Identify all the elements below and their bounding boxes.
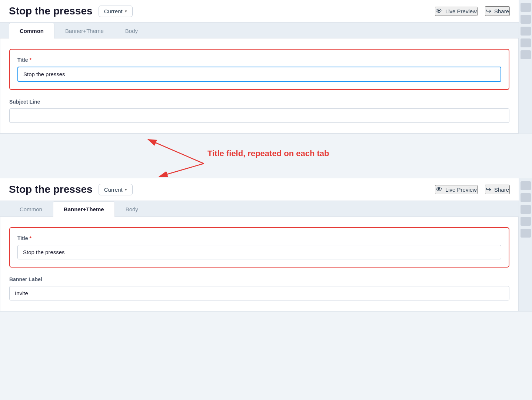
eye-icon-bottom: 👁 [436, 186, 442, 194]
share-icon-bottom: ↪ [486, 185, 491, 194]
live-preview-button-top[interactable]: 👁 Live Preview [435, 7, 478, 16]
title-field-section-bottom: Title * [9, 227, 509, 268]
tabs-bar-top: Common Banner+Theme Body [0, 23, 519, 38]
chevron-down-icon-bottom: ▾ [125, 187, 127, 192]
tab-common-bottom[interactable]: Common [9, 201, 53, 217]
strip-item-3 [521, 27, 531, 36]
strip-item-b5 [521, 229, 531, 238]
app-container: Stop the presses Current ▾ 👁 Live Previe… [0, 0, 532, 312]
share-button-bottom[interactable]: ↪ Share [485, 185, 510, 194]
version-label-bottom: Current [104, 186, 123, 193]
tabs-bar-bottom: Common Banner+Theme Body [0, 201, 519, 216]
page-title-bottom: Stop the presses [9, 184, 93, 195]
subject-line-input-top[interactable] [9, 108, 509, 123]
strip-item-4 [521, 38, 531, 47]
strip-item-b2 [521, 193, 531, 202]
tab-banner-theme-top[interactable]: Banner+Theme [54, 23, 114, 38]
right-strip-bottom [519, 178, 532, 311]
banner-label-input[interactable] [9, 286, 509, 300]
banner-label-label: Banner Label [9, 276, 509, 282]
version-label-top: Current [104, 8, 123, 14]
share-button-top[interactable]: ↪ Share [485, 6, 510, 16]
content-area-top: Title * Subject Line [0, 38, 519, 134]
title-input-top[interactable] [17, 67, 501, 82]
page-title-top: Stop the presses [9, 5, 93, 17]
content-area-bottom: Title * Banner Label [0, 216, 519, 311]
share-label-top: Share [494, 8, 509, 14]
strip-item-1 [521, 3, 531, 12]
subject-line-group-top: Subject Line [9, 99, 509, 123]
panel-bottom: Stop the presses Current ▾ 👁 Live Previe… [0, 178, 532, 312]
eye-icon-top: 👁 [436, 7, 442, 15]
header-bar-top: Stop the presses Current ▾ 👁 Live Previe… [0, 0, 519, 23]
right-strip-top [519, 0, 532, 134]
svg-line-1 [148, 140, 204, 164]
panel-top: Stop the presses Current ▾ 👁 Live Previe… [0, 0, 532, 134]
live-preview-button-bottom[interactable]: 👁 Live Preview [435, 185, 478, 194]
tab-common-top[interactable]: Common [9, 23, 54, 38]
version-dropdown-top[interactable]: Current ▾ [99, 6, 133, 17]
tab-body-top[interactable]: Body [114, 23, 149, 38]
annotation-text: Title field, repeated on each tab [207, 149, 329, 158]
title-label-top: Title * [17, 57, 501, 63]
title-input-bottom[interactable] [17, 245, 501, 259]
svg-line-2 [159, 164, 204, 177]
title-label-bottom: Title * [17, 235, 501, 241]
chevron-down-icon-top: ▾ [125, 9, 127, 14]
version-dropdown-bottom[interactable]: Current ▾ [99, 184, 133, 195]
strip-item-b3 [521, 205, 531, 214]
required-star-top: * [30, 57, 31, 63]
header-right-bottom: 👁 Live Preview ↪ Share [435, 185, 510, 194]
live-preview-label-top: Live Preview [445, 8, 477, 14]
share-label-bottom: Share [494, 186, 509, 193]
live-preview-label-bottom: Live Preview [445, 186, 477, 193]
title-field-section-top: Title * [9, 49, 509, 90]
strip-item-b1 [521, 181, 531, 190]
strip-item-b4 [521, 217, 531, 226]
required-star-bottom: * [30, 235, 31, 241]
header-bar-bottom: Stop the presses Current ▾ 👁 Live Previe… [0, 178, 519, 201]
tab-body-bottom[interactable]: Body [115, 201, 149, 217]
share-icon-top: ↪ [486, 7, 491, 15]
banner-label-group: Banner Label [9, 276, 509, 300]
strip-item-2 [521, 15, 531, 24]
strip-item-5 [521, 50, 531, 59]
subject-line-label-top: Subject Line [9, 99, 509, 105]
header-right-top: 👁 Live Preview ↪ Share [435, 6, 510, 16]
annotation-area: Title field, repeated on each tab [0, 134, 532, 178]
tab-banner-theme-bottom[interactable]: Banner+Theme [53, 201, 115, 217]
